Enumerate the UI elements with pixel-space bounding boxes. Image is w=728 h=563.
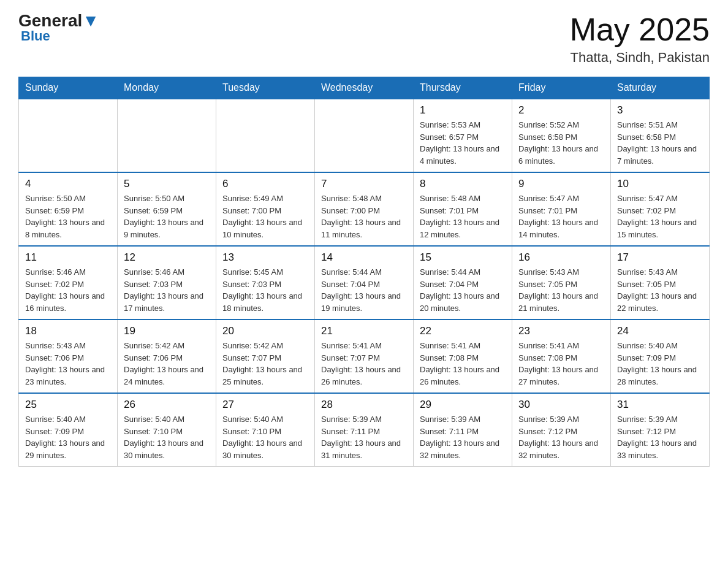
day-number: 4 bbox=[25, 178, 111, 190]
calendar-cell: 7Sunrise: 5:48 AMSunset: 7:00 PMDaylight… bbox=[315, 172, 414, 246]
day-number: 25 bbox=[25, 399, 111, 411]
week-row-3: 11Sunrise: 5:46 AMSunset: 7:02 PMDayligh… bbox=[19, 246, 710, 320]
day-number: 14 bbox=[321, 251, 407, 264]
day-number: 7 bbox=[321, 178, 407, 190]
calendar-cell: 15Sunrise: 5:44 AMSunset: 7:04 PMDayligh… bbox=[414, 246, 512, 320]
sun-info: Sunrise: 5:43 AMSunset: 7:05 PMDaylight:… bbox=[518, 266, 604, 314]
sun-info: Sunrise: 5:41 AMSunset: 7:07 PMDaylight:… bbox=[321, 340, 407, 388]
sun-info: Sunrise: 5:45 AMSunset: 7:03 PMDaylight:… bbox=[222, 266, 308, 314]
calendar-cell bbox=[216, 99, 315, 172]
sun-info: Sunrise: 5:39 AMSunset: 7:12 PMDaylight:… bbox=[518, 413, 604, 461]
calendar-cell: 17Sunrise: 5:43 AMSunset: 7:05 PMDayligh… bbox=[611, 246, 710, 320]
page-header: General▼ Blue May 2025 Thatta, Sindh, Pa… bbox=[18, 12, 710, 66]
day-number: 3 bbox=[617, 104, 703, 117]
calendar-cell: 25Sunrise: 5:40 AMSunset: 7:09 PMDayligh… bbox=[19, 393, 118, 467]
sun-info: Sunrise: 5:51 AMSunset: 6:58 PMDaylight:… bbox=[617, 119, 703, 167]
calendar-cell: 24Sunrise: 5:40 AMSunset: 7:09 PMDayligh… bbox=[611, 320, 710, 393]
header-sunday: Sunday bbox=[19, 77, 118, 99]
header-thursday: Thursday bbox=[414, 77, 512, 99]
sun-info: Sunrise: 5:53 AMSunset: 6:57 PMDaylight:… bbox=[420, 119, 506, 167]
day-number: 23 bbox=[518, 325, 604, 337]
sun-info: Sunrise: 5:48 AMSunset: 7:00 PMDaylight:… bbox=[321, 193, 407, 240]
week-row-5: 25Sunrise: 5:40 AMSunset: 7:09 PMDayligh… bbox=[19, 393, 710, 467]
calendar-cell: 20Sunrise: 5:42 AMSunset: 7:07 PMDayligh… bbox=[216, 320, 315, 393]
sun-info: Sunrise: 5:47 AMSunset: 7:01 PMDaylight:… bbox=[518, 193, 604, 240]
calendar-cell: 26Sunrise: 5:40 AMSunset: 7:10 PMDayligh… bbox=[118, 393, 216, 467]
header-wednesday: Wednesday bbox=[315, 77, 414, 99]
day-number: 22 bbox=[420, 325, 506, 337]
calendar-cell: 22Sunrise: 5:41 AMSunset: 7:08 PMDayligh… bbox=[414, 320, 512, 393]
header-saturday: Saturday bbox=[611, 77, 710, 99]
day-number: 15 bbox=[420, 251, 506, 264]
sun-info: Sunrise: 5:50 AMSunset: 6:59 PMDaylight:… bbox=[25, 193, 111, 240]
calendar-cell: 14Sunrise: 5:44 AMSunset: 7:04 PMDayligh… bbox=[315, 246, 414, 320]
calendar-cell: 12Sunrise: 5:46 AMSunset: 7:03 PMDayligh… bbox=[118, 246, 216, 320]
calendar-cell: 29Sunrise: 5:39 AMSunset: 7:11 PMDayligh… bbox=[414, 393, 512, 467]
sun-info: Sunrise: 5:42 AMSunset: 7:07 PMDaylight:… bbox=[222, 340, 308, 388]
day-number: 29 bbox=[420, 399, 506, 411]
header-friday: Friday bbox=[512, 77, 611, 99]
calendar-header-row: SundayMondayTuesdayWednesdayThursdayFrid… bbox=[19, 77, 710, 99]
calendar-cell bbox=[315, 99, 414, 172]
day-number: 28 bbox=[321, 399, 407, 411]
calendar-cell: 18Sunrise: 5:43 AMSunset: 7:06 PMDayligh… bbox=[19, 320, 118, 393]
calendar-cell: 23Sunrise: 5:41 AMSunset: 7:08 PMDayligh… bbox=[512, 320, 611, 393]
header-tuesday: Tuesday bbox=[216, 77, 315, 99]
week-row-1: 1Sunrise: 5:53 AMSunset: 6:57 PMDaylight… bbox=[19, 99, 710, 172]
sun-info: Sunrise: 5:40 AMSunset: 7:09 PMDaylight:… bbox=[25, 413, 111, 461]
calendar-cell: 3Sunrise: 5:51 AMSunset: 6:58 PMDaylight… bbox=[611, 99, 710, 172]
day-number: 16 bbox=[518, 251, 604, 264]
sun-info: Sunrise: 5:48 AMSunset: 7:01 PMDaylight:… bbox=[420, 193, 506, 240]
day-number: 30 bbox=[518, 399, 604, 411]
title-block: May 2025 Thatta, Sindh, Pakistan bbox=[570, 12, 710, 66]
day-number: 2 bbox=[518, 104, 604, 117]
header-monday: Monday bbox=[118, 77, 216, 99]
day-number: 11 bbox=[25, 251, 111, 264]
sun-info: Sunrise: 5:39 AMSunset: 7:12 PMDaylight:… bbox=[617, 413, 703, 461]
location: Thatta, Sindh, Pakistan bbox=[570, 50, 710, 66]
calendar-cell: 21Sunrise: 5:41 AMSunset: 7:07 PMDayligh… bbox=[315, 320, 414, 393]
day-number: 18 bbox=[25, 325, 111, 337]
calendar-cell: 10Sunrise: 5:47 AMSunset: 7:02 PMDayligh… bbox=[611, 172, 710, 246]
day-number: 8 bbox=[420, 178, 506, 190]
week-row-4: 18Sunrise: 5:43 AMSunset: 7:06 PMDayligh… bbox=[19, 320, 710, 393]
calendar-cell: 28Sunrise: 5:39 AMSunset: 7:11 PMDayligh… bbox=[315, 393, 414, 467]
logo-general: General▼ bbox=[18, 12, 99, 29]
calendar-cell: 19Sunrise: 5:42 AMSunset: 7:06 PMDayligh… bbox=[118, 320, 216, 393]
sun-info: Sunrise: 5:40 AMSunset: 7:10 PMDaylight:… bbox=[124, 413, 210, 461]
sun-info: Sunrise: 5:42 AMSunset: 7:06 PMDaylight:… bbox=[124, 340, 210, 388]
calendar-cell: 8Sunrise: 5:48 AMSunset: 7:01 PMDaylight… bbox=[414, 172, 512, 246]
sun-info: Sunrise: 5:43 AMSunset: 7:06 PMDaylight:… bbox=[25, 340, 111, 388]
sun-info: Sunrise: 5:44 AMSunset: 7:04 PMDaylight:… bbox=[321, 266, 407, 314]
week-row-2: 4Sunrise: 5:50 AMSunset: 6:59 PMDaylight… bbox=[19, 172, 710, 246]
day-number: 1 bbox=[420, 104, 506, 117]
day-number: 10 bbox=[617, 178, 703, 190]
sun-info: Sunrise: 5:39 AMSunset: 7:11 PMDaylight:… bbox=[321, 413, 407, 461]
logo-arrow-span: ▼ bbox=[82, 11, 99, 30]
calendar-cell: 1Sunrise: 5:53 AMSunset: 6:57 PMDaylight… bbox=[414, 99, 512, 172]
sun-info: Sunrise: 5:47 AMSunset: 7:02 PMDaylight:… bbox=[617, 193, 703, 240]
calendar-table: SundayMondayTuesdayWednesdayThursdayFrid… bbox=[18, 77, 710, 467]
calendar-cell: 9Sunrise: 5:47 AMSunset: 7:01 PMDaylight… bbox=[512, 172, 611, 246]
calendar-cell: 5Sunrise: 5:50 AMSunset: 6:59 PMDaylight… bbox=[118, 172, 216, 246]
day-number: 13 bbox=[222, 251, 308, 264]
calendar-cell bbox=[19, 99, 118, 172]
calendar-cell: 11Sunrise: 5:46 AMSunset: 7:02 PMDayligh… bbox=[19, 246, 118, 320]
day-number: 12 bbox=[124, 251, 210, 264]
day-number: 6 bbox=[222, 178, 308, 190]
sun-info: Sunrise: 5:40 AMSunset: 7:09 PMDaylight:… bbox=[617, 340, 703, 388]
sun-info: Sunrise: 5:44 AMSunset: 7:04 PMDaylight:… bbox=[420, 266, 506, 314]
logo-blue: Blue bbox=[21, 28, 50, 44]
day-number: 20 bbox=[222, 325, 308, 337]
sun-info: Sunrise: 5:46 AMSunset: 7:02 PMDaylight:… bbox=[25, 266, 111, 314]
sun-info: Sunrise: 5:52 AMSunset: 6:58 PMDaylight:… bbox=[518, 119, 604, 167]
calendar-cell bbox=[118, 99, 216, 172]
day-number: 31 bbox=[617, 399, 703, 411]
sun-info: Sunrise: 5:49 AMSunset: 7:00 PMDaylight:… bbox=[222, 193, 308, 240]
calendar-cell: 2Sunrise: 5:52 AMSunset: 6:58 PMDaylight… bbox=[512, 99, 611, 172]
day-number: 17 bbox=[617, 251, 703, 264]
sun-info: Sunrise: 5:43 AMSunset: 7:05 PMDaylight:… bbox=[617, 266, 703, 314]
calendar-cell: 30Sunrise: 5:39 AMSunset: 7:12 PMDayligh… bbox=[512, 393, 611, 467]
calendar-cell: 6Sunrise: 5:49 AMSunset: 7:00 PMDaylight… bbox=[216, 172, 315, 246]
sun-info: Sunrise: 5:40 AMSunset: 7:10 PMDaylight:… bbox=[222, 413, 308, 461]
